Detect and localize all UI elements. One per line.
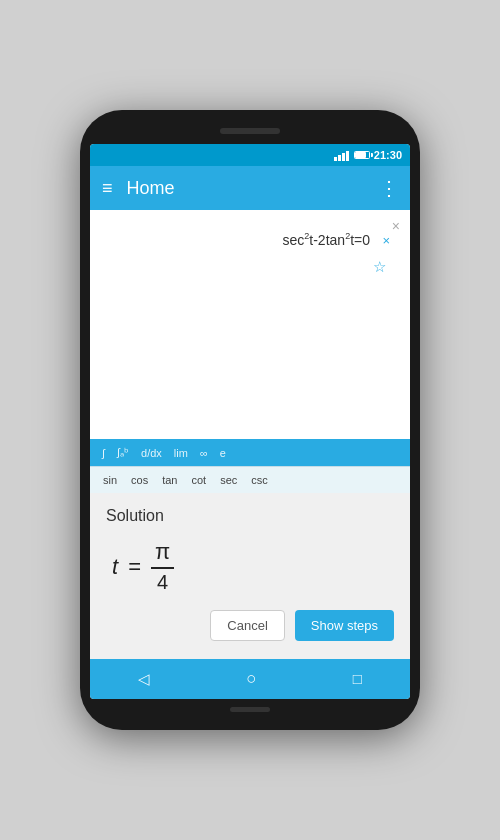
nav-bar [90,659,410,699]
exp-superscript-1: 2 [304,231,309,241]
equals-sign: = [128,554,141,580]
battery-fill [355,152,366,158]
keyboard-integral[interactable]: ∫ [96,444,111,462]
keyboard-top-row: ∫ ∫ₐᵇ d/dx lim ∞ e [90,439,410,466]
keyboard-csc[interactable]: csc [244,471,275,489]
app-bar-title: Home [127,178,379,199]
status-bar: 21:30 [90,144,410,166]
exp-superscript-2: 2 [345,231,350,241]
expression-close-button[interactable]: × [382,233,390,248]
signal-bar-3 [342,153,345,161]
expression-row: sec2t-2tan2t=0 × [102,226,398,254]
signal-bars [334,149,349,161]
keyboard-limit[interactable]: lim [168,444,194,462]
fraction-denominator: 4 [153,569,172,594]
keyboard-sec[interactable]: sec [213,471,244,489]
more-options-icon[interactable]: ⋮ [379,176,398,200]
action-buttons: Cancel Show steps [106,604,394,649]
solution-label: Solution [106,507,394,525]
favorite-star-icon[interactable]: ☆ [373,258,386,276]
math-keyboard: ∫ ∫ₐᵇ d/dx lim ∞ e sin cos tan cot sec c… [90,439,410,493]
expression-text: sec2t-2tan2t=0 [283,232,371,248]
solution-fraction: π 4 [151,539,174,594]
phone-home-button [230,707,270,712]
keyboard-bottom-row: sin cos tan cot sec csc [90,466,410,493]
keyboard-derivative[interactable]: d/dx [135,444,168,462]
back-button[interactable] [128,666,160,692]
phone-speaker [220,128,280,134]
signal-bar-2 [338,155,341,161]
keyboard-infinity[interactable]: ∞ [194,444,214,462]
phone-outer: 21:30 ≡ Home ⋮ × sec2t-2tan2t=0 × ☆ [80,110,420,730]
status-icons [334,149,370,161]
solution-math: t = π 4 [106,533,394,604]
signal-bar-4 [346,151,349,161]
star-button-container: ☆ [102,258,398,276]
battery-icon [354,151,370,159]
keyboard-cot[interactable]: cot [184,471,213,489]
hamburger-icon[interactable]: ≡ [102,178,113,199]
recent-apps-button[interactable] [343,666,372,692]
solution-variable: t [112,554,118,580]
status-time: 21:30 [374,149,402,161]
keyboard-tan[interactable]: tan [155,471,184,489]
expression-area: × sec2t-2tan2t=0 × ☆ [90,210,410,439]
keyboard-cos[interactable]: cos [124,471,155,489]
content-area: × sec2t-2tan2t=0 × ☆ ∫ ∫ₐᵇ d/dx lim [90,210,410,659]
keyboard-sin[interactable]: sin [96,471,124,489]
show-steps-button[interactable]: Show steps [295,610,394,641]
keyboard-definite-integral[interactable]: ∫ₐᵇ [111,443,135,462]
fraction-numerator: π [151,539,174,569]
solution-panel: Solution t = π 4 Cancel Show steps [90,493,410,659]
app-bar: ≡ Home ⋮ [90,166,410,210]
cancel-button[interactable]: Cancel [210,610,284,641]
phone-screen: 21:30 ≡ Home ⋮ × sec2t-2tan2t=0 × ☆ [90,144,410,699]
signal-bar-1 [334,157,337,161]
home-button[interactable] [236,665,266,693]
keyboard-e[interactable]: e [214,444,232,462]
